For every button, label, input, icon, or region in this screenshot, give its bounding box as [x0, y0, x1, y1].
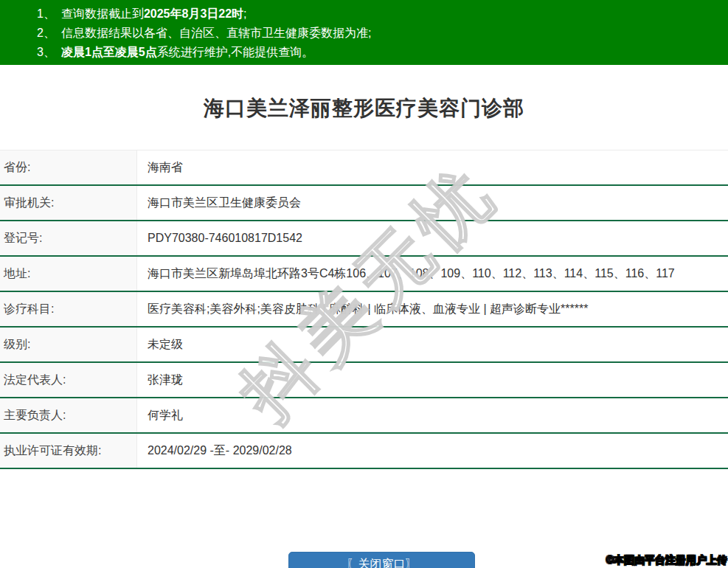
row-label: 省份: — [0, 150, 137, 184]
table-row-medical-subjects: 诊疗科目: 医疗美容科;美容外科;美容皮肤科 | 麻醉科 | 临床体液、血液专业… — [0, 292, 728, 328]
row-value: 张津珑 — [137, 363, 728, 397]
table-row-province: 省份: 海南省 — [0, 150, 728, 186]
notice-text: 凌晨1点至凌晨5点系统进行维护,不能提供查询。 — [61, 43, 313, 62]
notice-number: 2、 — [37, 24, 55, 43]
notice-text: 查询数据截止到2025年8月3日22时; — [61, 4, 247, 24]
notice-line-1: 1、 查询数据截止到2025年8月3日22时; — [37, 4, 728, 24]
row-label: 地址: — [0, 257, 137, 291]
table-row-address: 地址: 海口市美兰区新埠岛埠北环路3号C4栋106、107、108、109、11… — [0, 257, 728, 292]
notice-number: 1、 — [37, 4, 55, 24]
row-value: 何学礼 — [137, 398, 728, 432]
notice-text: 信息数据结果以各省、自治区、直辖市卫生健康委数据为准; — [61, 24, 371, 43]
table-row-registration-number: 登记号: PDY70380-746010817D1542 — [0, 221, 728, 257]
row-label: 审批机关: — [0, 186, 137, 220]
row-value: 海口市美兰区新埠岛埠北环路3号C4栋106、107、108、109、110、11… — [137, 257, 728, 291]
notice-line-3: 3、 凌晨1点至凌晨5点系统进行维护,不能提供查询。 — [37, 43, 728, 62]
page-title: 海口美兰泽丽整形医疗美容门诊部 — [0, 94, 728, 122]
notice-line-2: 2、 信息数据结果以各省、自治区、直辖市卫生健康委数据为准; — [37, 24, 728, 43]
row-value: 海南省 — [137, 150, 728, 184]
copyright-watermark: ©本图由平台注册用户上传 — [606, 554, 727, 567]
table-row-level: 级别: 未定级 — [0, 328, 728, 363]
institution-detail-table: 省份: 海南省 审批机关: 海口市美兰区卫生健康委员会 登记号: PDY7038… — [0, 150, 728, 469]
table-row-person-in-charge: 主要负责人: 何学礼 — [0, 398, 728, 434]
row-value: 海口市美兰区卫生健康委员会 — [137, 186, 728, 220]
notice-banner: 1、 查询数据截止到2025年8月3日22时; 2、 信息数据结果以各省、自治区… — [0, 0, 728, 65]
notice-number: 3、 — [37, 43, 55, 62]
row-value: 未定级 — [137, 328, 728, 361]
row-label: 执业许可证有效期: — [0, 434, 137, 468]
row-label: 登记号: — [0, 221, 137, 255]
table-row-legal-representative: 法定代表人: 张津珑 — [0, 363, 728, 398]
row-label: 级别: — [0, 328, 137, 361]
table-row-license-validity: 执业许可证有效期: 2024/02/29 -至- 2029/02/28 — [0, 434, 728, 469]
row-label: 法定代表人: — [0, 363, 137, 397]
row-value: PDY70380-746010817D1542 — [137, 221, 728, 255]
row-value: 医疗美容科;美容外科;美容皮肤科 | 麻醉科 | 临床体液、血液专业 | 超声诊… — [137, 292, 728, 326]
row-label: 主要负责人: — [0, 398, 137, 432]
row-label: 诊疗科目: — [0, 292, 137, 326]
close-window-button[interactable]: 〖关闭窗口〗 — [288, 552, 475, 568]
row-value: 2024/02/29 -至- 2029/02/28 — [137, 434, 728, 468]
table-row-approval-authority: 审批机关: 海口市美兰区卫生健康委员会 — [0, 186, 728, 221]
